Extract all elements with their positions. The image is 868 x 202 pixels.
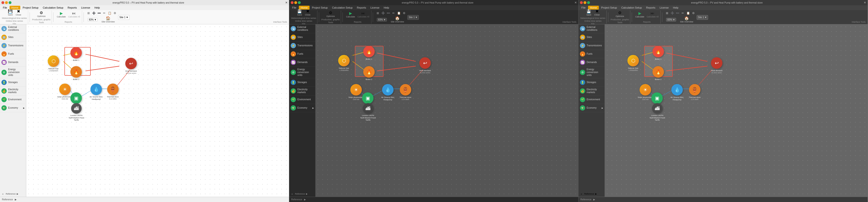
menu-calcsetup-2[interactable]: Calculation Setup xyxy=(330,6,354,9)
node-boiler2-3[interactable]: 🔥 Boiler 2 xyxy=(652,66,664,81)
remove-icon-3[interactable]: ➖ xyxy=(675,11,680,16)
window-close-icon-2[interactable]: ✕ xyxy=(575,1,577,4)
close-button-1[interactable]: ✖ Close xyxy=(14,9,22,17)
main-canvas-3[interactable]: ⬡ Natural Gas 1.500$/MWh 🔥 Boiler 1 🔥 Bo… xyxy=(605,24,868,197)
calculate-all-button-2[interactable]: ⏭ Calculate All xyxy=(356,11,370,19)
sidebar-collapse-2[interactable]: « xyxy=(290,192,294,196)
sidebar-item-storages-2[interactable]: 🔋 Storages xyxy=(289,78,315,87)
calculate-button-3[interactable]: ▶ Calculate xyxy=(634,11,645,19)
main-canvas-1[interactable]: ⬡ Natural Gas 1.500$/MWh 🔥 Boiler 1 🔥 Bo… xyxy=(26,24,289,197)
sidebar-item-environment-1[interactable]: 🌱 Environment xyxy=(0,95,26,104)
grid-icon-3[interactable]: ⊞ xyxy=(665,11,670,16)
max-btn-1[interactable] xyxy=(8,1,11,4)
menu-reports-2[interactable]: Reports xyxy=(355,6,368,9)
max-btn-3[interactable] xyxy=(587,1,590,4)
sidebar-item-electricity-3[interactable]: 💰 Electricity markets xyxy=(579,87,604,95)
node-airsource-3[interactable]: 💧 Air Source Elec Heatpump xyxy=(669,84,685,101)
menu-license-1[interactable]: License xyxy=(79,6,92,9)
window-close-icon-1[interactable]: ✕ xyxy=(285,1,287,4)
ref-expand-3[interactable]: ▶ xyxy=(593,198,595,201)
node-boiler1-2[interactable]: 🔥 Boiler 1 xyxy=(363,46,375,60)
sidebar-item-storages-3[interactable]: 🔋 Storages xyxy=(579,78,604,87)
menu-license-2[interactable]: License xyxy=(369,6,381,9)
sidebar-item-economy-1[interactable]: 💵 Economy ▶ xyxy=(0,104,26,112)
add-icon-3[interactable]: ➕ xyxy=(670,11,675,16)
site-overview-button-3[interactable]: 🏠 Site Overview xyxy=(679,16,694,23)
sidebar-item-demands-3[interactable]: 📈 Demands xyxy=(579,58,604,67)
economy-expand-2[interactable]: ▶ xyxy=(312,107,314,109)
window-close-icon-3[interactable]: ✕ xyxy=(864,1,866,4)
calculate-all-button-3[interactable]: ⏭ Calculate All xyxy=(646,11,660,19)
calculate-all-button-1[interactable]: ⏭ Calculate All xyxy=(67,11,81,19)
menu-projectsetup-1[interactable]: Project Setup xyxy=(21,6,40,9)
sidebar-item-storages-1[interactable]: 🔋 Storages xyxy=(0,78,26,87)
zoom-dropdown-1[interactable]: 83% ▼ xyxy=(88,18,98,22)
edit-icon-1[interactable]: ✏ xyxy=(102,11,107,16)
sidebar-item-sites-2[interactable]: 🏢 Sites xyxy=(289,33,315,41)
menu-reports-1[interactable]: Reports xyxy=(66,6,79,9)
min-btn-3[interactable] xyxy=(584,1,586,4)
menu-license-3[interactable]: License xyxy=(658,6,671,9)
min-btn-1[interactable] xyxy=(5,1,8,4)
menu-projectsetup-2[interactable]: Project Setup xyxy=(310,6,330,9)
menu-calcsetup-1[interactable]: Calculation Setup xyxy=(41,6,65,9)
node-heatdemand-1[interactable]: ↩ Heat demand As time series xyxy=(125,58,137,74)
sidebar-item-conversion-3[interactable]: ⚙ Energy conversion units xyxy=(579,67,604,78)
calculate-button-1[interactable]: ▶ Calculate xyxy=(56,11,67,19)
sidebar-item-conversion-2[interactable]: ⚙ Energy conversion units xyxy=(289,67,315,78)
site-dropdown-1[interactable]: Site 1 ▼ xyxy=(118,15,129,20)
menu-help-3[interactable]: Help xyxy=(671,6,680,9)
sidebar-item-electricity-2[interactable]: 💰 Electricity markets xyxy=(289,87,315,95)
calculate-button-2[interactable]: ▶ Calculate xyxy=(345,11,356,19)
close-button-3[interactable]: ✖ Close xyxy=(593,9,601,17)
node-solar-2[interactable]: ☀ Solar photovoltaic 1000 kW xyxy=(348,84,364,100)
node-boiler1-1[interactable]: 🔥 Boiler 1 xyxy=(70,47,82,62)
sidebar-item-transmissions-3[interactable]: ⚡ Transmissions xyxy=(579,41,604,50)
sidebar-collapse-3[interactable]: « xyxy=(580,192,583,196)
node-naturalgas-2[interactable]: ⬡ Natural Gas 1.500$/MWh xyxy=(338,55,350,71)
add-icon-2[interactable]: ➕ xyxy=(381,11,385,16)
save-button-3[interactable]: 💾 Save xyxy=(585,9,593,17)
settings-icon-2[interactable]: ⚙ xyxy=(402,11,406,16)
site-dropdown-2[interactable]: Site 1 ▼ xyxy=(407,15,418,20)
add-icon-1[interactable]: ➕ xyxy=(91,11,96,16)
sidebar-item-external-2[interactable]: 🌤 External conditions xyxy=(289,24,315,33)
ref-expand-2[interactable]: ▶ xyxy=(304,198,306,201)
grid-icon-1[interactable]: ⊞ xyxy=(86,11,91,16)
save-button-1[interactable]: 💾 Save xyxy=(6,9,14,17)
sidebar-item-electricity-1[interactable]: 💰 Electricity markets xyxy=(0,87,26,95)
edit-icon-3[interactable]: ✏ xyxy=(680,11,685,16)
node-london-1[interactable]: 🏙 London UKPN Tariff Market Fixed Tariff… xyxy=(68,103,85,121)
node-thermal-2[interactable]: 🏺 Thermal store 3.24 MWh xyxy=(400,84,411,100)
node-boiler2-2[interactable]: 🔥 Boiler 2 xyxy=(363,66,375,81)
settings-icon-1[interactable]: ⚙ xyxy=(113,11,117,16)
node-thermal-3[interactable]: 🏺 Thermal store 3.24 MWh xyxy=(689,84,701,100)
site-overview-button-1[interactable]: 🏠 Site Overview xyxy=(100,16,116,23)
copy-icon-2[interactable]: 📋 xyxy=(396,11,401,16)
node-boiler1-3[interactable]: 🔥 Boiler 1 xyxy=(652,46,664,60)
ref-expand-1[interactable]: ▶ xyxy=(15,198,17,201)
copy-icon-1[interactable]: 📋 xyxy=(107,11,112,16)
remove-icon-2[interactable]: ➖ xyxy=(386,11,391,16)
sidebar-item-sites-3[interactable]: 🏢 Sites xyxy=(579,33,604,41)
close-btn-1[interactable] xyxy=(1,1,4,4)
node-boiler2-1[interactable]: 🔥 Boiler 2 xyxy=(70,66,82,81)
save-button-2[interactable]: 💾 Save xyxy=(296,9,303,17)
sidebar-item-economy-3[interactable]: 💵 Economy ▶ xyxy=(579,104,604,112)
optimize-button-2[interactable]: ⚙ Optimize xyxy=(326,10,336,18)
sidebar-item-fuels-2[interactable]: 🔥 Fuels xyxy=(289,50,315,58)
sidebar-item-external-1[interactable]: 🌤 External conditions xyxy=(0,24,26,33)
sidebar-collapse-1[interactable]: « xyxy=(1,192,5,196)
sidebar-item-demands-2[interactable]: 📈 Demands xyxy=(289,58,315,67)
zoom-dropdown-2[interactable]: 83% ▼ xyxy=(377,18,387,22)
close-button-2[interactable]: ✖ Close xyxy=(304,9,311,17)
ref-arrow-3[interactable]: ▶ xyxy=(595,193,597,195)
sidebar-item-external-3[interactable]: 🌤 External conditions xyxy=(579,24,604,33)
node-airsource-2[interactable]: 💧 Air Source Elec Heatpump xyxy=(379,84,396,101)
node-heatdemand-2[interactable]: ↩ Heat demand As time series xyxy=(419,57,431,74)
site-overview-button-2[interactable]: 🏠 Site Overview xyxy=(390,16,405,23)
zoom-dropdown-3[interactable]: 83% ▼ xyxy=(666,18,676,22)
grid-icon-2[interactable]: ⊞ xyxy=(375,11,380,16)
node-airsource-1[interactable]: 💧 Air Source Elec Heatpump xyxy=(88,84,104,100)
sidebar-item-environment-2[interactable]: 🌱 Environment xyxy=(289,95,315,104)
